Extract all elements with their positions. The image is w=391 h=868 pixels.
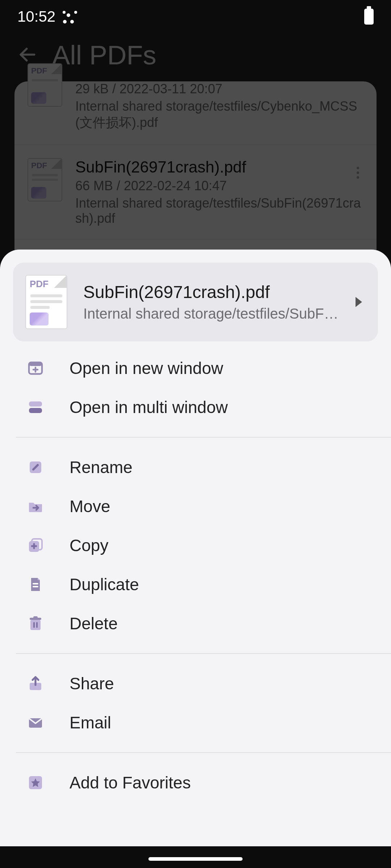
menu-copy[interactable]: Copy (0, 526, 391, 565)
menu-label: Add to Favorites (70, 773, 191, 792)
menu-label: Email (70, 713, 111, 732)
menu-label: Share (70, 674, 114, 693)
menu-label: Duplicate (70, 575, 139, 594)
menu-label: Rename (70, 458, 133, 477)
menu-email[interactable]: Email (0, 703, 391, 742)
svg-point-0 (67, 13, 70, 17)
menu-share[interactable]: Share (0, 664, 391, 703)
status-bar: 10:52 (0, 0, 391, 33)
svg-rect-9 (29, 408, 42, 413)
pdf-thumbnail-icon: PDF (25, 275, 67, 329)
sync-icon (63, 11, 74, 22)
battery-icon (364, 9, 374, 25)
svg-point-2 (70, 20, 74, 24)
delete-icon (27, 615, 44, 632)
move-icon (27, 498, 44, 515)
svg-rect-17 (30, 620, 41, 630)
email-icon (27, 714, 44, 731)
menu-rename[interactable]: Rename (0, 448, 391, 487)
divider (16, 437, 391, 438)
menu-move[interactable]: Move (0, 487, 391, 526)
chevron-right-icon (356, 297, 362, 307)
star-icon (27, 774, 44, 791)
menu-add-favorites[interactable]: Add to Favorites (0, 763, 391, 802)
rename-icon (27, 459, 44, 476)
bottom-sheet: PDF SubFin(26971crash).pdf Internal shar… (0, 250, 391, 846)
divider (16, 752, 391, 753)
divider (16, 653, 391, 654)
svg-rect-19 (33, 616, 38, 618)
menu-open-multi-window[interactable]: Open in multi window (0, 388, 391, 427)
multi-window-icon (27, 399, 44, 416)
sheet-file-path: Internal shared storage/testfiles/SubFin… (83, 306, 340, 322)
menu-label: Copy (70, 536, 108, 555)
menu-delete[interactable]: Delete (0, 604, 391, 643)
svg-point-1 (63, 20, 67, 24)
menu-duplicate[interactable]: Duplicate (0, 565, 391, 604)
sheet-file-name: SubFin(26971crash).pdf (83, 282, 340, 302)
menu-open-new-window[interactable]: Open in new window (0, 349, 391, 388)
copy-icon (27, 537, 44, 554)
status-time: 10:52 (17, 8, 55, 25)
duplicate-icon (27, 576, 44, 593)
svg-rect-8 (29, 401, 42, 407)
svg-rect-5 (29, 362, 42, 366)
menu-label: Move (70, 497, 110, 516)
new-window-icon (27, 359, 44, 377)
sheet-file-header[interactable]: PDF SubFin(26971crash).pdf Internal shar… (13, 263, 378, 341)
menu-label: Open in new window (70, 358, 223, 378)
menu-label: Delete (70, 614, 118, 633)
home-indicator[interactable] (148, 857, 243, 861)
share-icon (27, 675, 44, 692)
menu-label: Open in multi window (70, 397, 228, 417)
